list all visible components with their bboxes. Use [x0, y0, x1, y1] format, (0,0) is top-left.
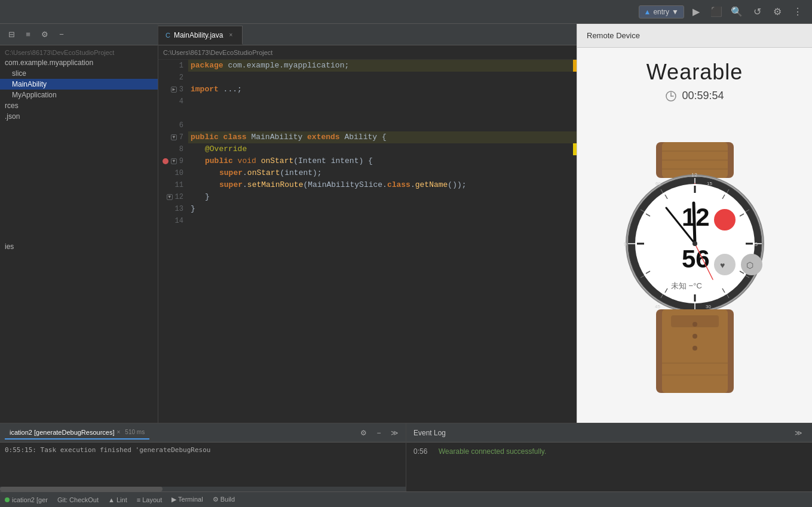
- bottom-scrollbar[interactable]: [0, 487, 406, 491]
- status-item-5[interactable]: ⚙ Build: [213, 496, 235, 503]
- inspect-button[interactable]: 🔍: [728, 4, 745, 20]
- code-line-5: [188, 107, 577, 119]
- expand-log-button[interactable]: ≫: [388, 426, 401, 440]
- orange-marker: [573, 60, 577, 72]
- fold-3[interactable]: ▶: [171, 87, 177, 93]
- fold-7[interactable]: ▼: [171, 134, 177, 140]
- tab-bar: C MainAbility.java ×: [158, 24, 577, 45]
- status-bar: ication2 [ger Git: CheckOut ▲ Lint ≡ Lay…: [0, 491, 812, 507]
- ln-6: 6: [163, 119, 183, 131]
- sidebar-item-myapplication[interactable]: MyApplication: [0, 90, 158, 100]
- dropdown-arrow: ▼: [672, 8, 679, 16]
- collapse-all-button[interactable]: ⊟: [5, 28, 18, 41]
- bottom-left-panel: ication2 [generateDebugResources] × 510 …: [0, 423, 406, 491]
- svg-text:45: 45: [655, 304, 660, 309]
- code-line-8: @Override: [188, 143, 577, 155]
- event-msg-0: Wearable connected successfully.: [439, 445, 546, 458]
- breakpoint-9[interactable]: [163, 158, 168, 164]
- svg-point-60: [693, 346, 697, 351]
- debug-button[interactable]: ⬛: [708, 4, 725, 20]
- editor-area: C MainAbility.java × C:\Users\86173\DevE…: [158, 24, 577, 423]
- entry-label: entry: [653, 8, 669, 16]
- fold-9[interactable]: ▼: [171, 158, 177, 164]
- svg-text:12: 12: [691, 172, 697, 178]
- event-time-0: 0:56: [413, 445, 431, 458]
- sidebar-item-mainability[interactable]: MainAbility: [0, 79, 158, 90]
- breadcrumb: C:\Users\86173\DevEcoStudioProject: [158, 45, 577, 60]
- status-dot: [5, 497, 10, 502]
- sidebar-item-rces[interactable]: rces: [0, 100, 158, 111]
- svg-point-55: [693, 241, 697, 246]
- bottom-settings-button[interactable]: ⚙: [357, 426, 370, 440]
- breadcrumb-path: C:\Users\86173\DevEcoStudioProject: [163, 49, 272, 56]
- bottom-tab-build[interactable]: ication2 [generateDebugResources] × 510 …: [5, 426, 149, 440]
- watch-container: 12 3 6 9 15 60 45 30: [593, 112, 796, 423]
- bottom-log-content: 0:55:15: Task execution finished 'genera…: [0, 443, 406, 487]
- status-item-1[interactable]: Git: CheckOut: [57, 496, 99, 503]
- status-label-5: ⚙ Build: [213, 496, 235, 503]
- code-line-13: }: [188, 203, 577, 215]
- left-panel: ⊟ ≡ ⚙ − C:\Users\86173\DevEcoStudioProje…: [0, 24, 577, 423]
- tree-settings-button[interactable]: ⚙: [38, 28, 51, 41]
- cloud-icon: ▲: [644, 8, 651, 16]
- timer-display: 00:59:54: [682, 90, 724, 102]
- remote-device-header: Remote Device: [577, 24, 812, 48]
- scrollbar-thumb[interactable]: [0, 487, 163, 491]
- status-label-3: ≡ Layout: [137, 496, 163, 503]
- file-tree-content: C:\Users\86173\DevEcoStudioProject com.e…: [0, 45, 158, 423]
- svg-text:3: 3: [755, 241, 758, 247]
- watch-svg: 12 3 6 9 15 60 45 30: [593, 142, 796, 393]
- code-line-6: [188, 119, 577, 131]
- tree-spacer: [0, 122, 158, 241]
- sidebar-item-json[interactable]: .json: [0, 111, 158, 122]
- code-line-9: public void onStart(Intent intent) {: [188, 155, 577, 167]
- status-label-0: ication2 [ger: [12, 496, 48, 503]
- line-numbers: 1 2 ▶ 3 4 6: [158, 60, 188, 423]
- status-item-3[interactable]: ≡ Layout: [137, 496, 163, 503]
- run-button[interactable]: ▶: [688, 4, 704, 20]
- ln-12: ▼ 12: [163, 191, 183, 203]
- toolbar-right: ▲ entry ▼ ▶ ⬛ 🔍 ↺ ⚙ ⋮: [639, 4, 806, 20]
- event-log-header: Event Log ≫: [406, 423, 812, 443]
- code-line-7: public class MainAbility extends Ability…: [188, 131, 577, 143]
- minimize-panel-button[interactable]: −: [55, 28, 68, 41]
- status-item-2[interactable]: ▲ Lint: [108, 496, 127, 503]
- bottom-tab-bar: ication2 [generateDebugResources] × 510 …: [0, 423, 406, 443]
- rerun-button[interactable]: ↺: [749, 4, 765, 20]
- svg-text:⬡: ⬡: [746, 260, 753, 270]
- more-button[interactable]: ⋮: [789, 4, 806, 20]
- tab-label: MainAbility.java: [174, 31, 223, 39]
- code-line-4: [188, 96, 577, 107]
- yellow-dash: [573, 143, 577, 155]
- sidebar-item-package[interactable]: com.example.myapplication: [0, 57, 158, 68]
- settings-button[interactable]: ⚙: [769, 4, 786, 20]
- fold-12[interactable]: ▼: [167, 194, 173, 200]
- tab-close-button[interactable]: ×: [226, 31, 235, 39]
- code-editor[interactable]: 1 2 ▶ 3 4 6: [158, 60, 577, 423]
- svg-text:30: 30: [706, 304, 711, 309]
- bottom-tab-close[interactable]: ×: [117, 429, 121, 435]
- wearable-timer: 00:59:54: [665, 90, 724, 102]
- ln-13: 13: [163, 203, 183, 215]
- sidebar-item-ies[interactable]: ies: [0, 241, 158, 252]
- ln-5: [163, 107, 183, 119]
- event-log-expand[interactable]: ≫: [792, 426, 805, 440]
- tab-mainability[interactable]: C MainAbility.java ×: [158, 26, 243, 45]
- code-content[interactable]: package com.example.myapplication; impor…: [188, 60, 577, 423]
- build-time: 510 ms: [125, 429, 145, 435]
- status-label-4: ▶ Terminal: [171, 496, 203, 503]
- sidebar-item-slice[interactable]: slice: [0, 68, 158, 79]
- bottom-minimize-button[interactable]: −: [372, 426, 385, 440]
- ln-3: ▶ 3: [163, 84, 183, 96]
- sort-button[interactable]: ≡: [22, 28, 35, 41]
- file-tree: ⊟ ≡ ⚙ − C:\Users\86173\DevEcoStudioProje…: [0, 24, 158, 423]
- svg-text:60: 60: [655, 181, 661, 186]
- ln-9: ▼ 9: [163, 155, 183, 167]
- status-item-4[interactable]: ▶ Terminal: [171, 496, 203, 503]
- svg-rect-63: [671, 315, 719, 327]
- ln-7: ▼ 7: [163, 131, 183, 143]
- main-area: ⊟ ≡ ⚙ − C:\Users\86173\DevEcoStudioProje…: [0, 24, 812, 423]
- svg-point-45: [714, 209, 736, 231]
- entry-dropdown[interactable]: ▲ entry ▼: [639, 5, 684, 19]
- svg-text:♥: ♥: [720, 260, 725, 270]
